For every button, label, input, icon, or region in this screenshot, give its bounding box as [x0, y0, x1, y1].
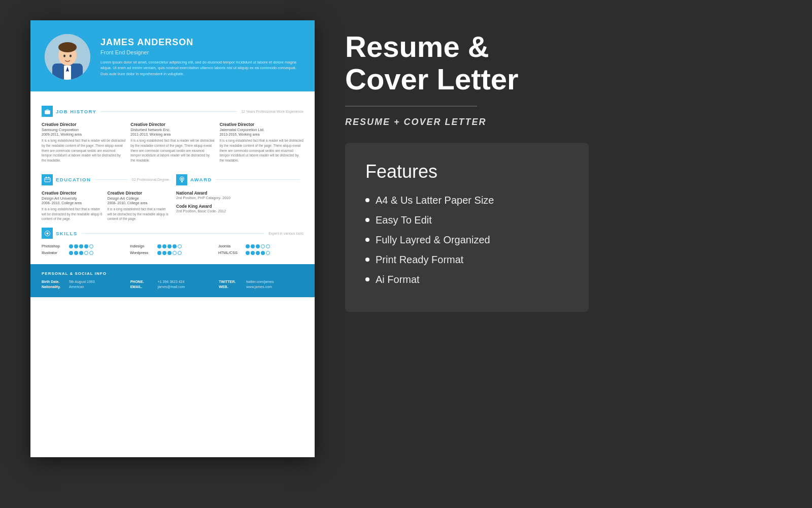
- edu-item: Creative Director Design Art College 200…: [108, 190, 170, 221]
- svg-rect-14: [48, 177, 49, 178]
- footer-row: TWITTER. twitter.com/james: [219, 280, 303, 283]
- product-title: Resume & Cover Letter: [345, 30, 782, 96]
- footer-row: WEB. www.james.com: [219, 285, 303, 289]
- skill-name: Indesign: [130, 244, 155, 248]
- dot-filled: [157, 251, 161, 255]
- resume-header: JAMES ANDERSON Front End Designer Lorem …: [30, 20, 315, 91]
- edu-title: Creative Director: [42, 190, 104, 196]
- job-date: 2013-2016, Working area: [220, 133, 303, 136]
- feature-text: A4 & Us Latter Paper Size: [376, 195, 494, 206]
- education-section: EDUCATION 02 Professional Degree Creativ…: [42, 168, 169, 221]
- section-line: [82, 233, 264, 234]
- dot-filled: [74, 251, 78, 255]
- footer-col-2: PHONE. +1 394 3823 424 EMAIL. james@mail…: [130, 280, 215, 290]
- skill-row: Joomla: [218, 244, 303, 248]
- job-history-icon: [42, 106, 53, 117]
- skill-dots: [157, 244, 182, 248]
- dot-empty: [173, 251, 177, 255]
- award-item: Code King Award 2nd Position, Basic Code…: [176, 204, 303, 213]
- svg-rect-13: [46, 177, 47, 178]
- edu-school: Design Art University: [42, 196, 104, 201]
- award-item-title: Code King Award: [176, 204, 303, 209]
- dot-filled: [246, 244, 250, 248]
- svg-point-5: [58, 42, 77, 52]
- skills-note: Expert in various tools: [268, 232, 303, 235]
- edu-desc: It is a long established fact that a rea…: [42, 207, 104, 221]
- footer-col-1: Birth Date. 5th August 1993 Nationality.…: [42, 280, 126, 290]
- skill-row: Wordpress: [130, 250, 215, 255]
- dot-filled: [69, 251, 73, 255]
- main-container: JAMES ANDERSON Front End Designer Lorem …: [30, 20, 782, 488]
- dot-empty: [266, 244, 270, 248]
- svg-point-7: [70, 55, 72, 57]
- footer-value: twitter.com/james: [246, 280, 274, 283]
- feature-text: Print Ready Format: [376, 254, 463, 266]
- skill-row: Photoshop: [42, 244, 127, 248]
- section-line: [216, 179, 299, 180]
- dot-filled: [84, 244, 88, 248]
- feature-item: Easy To Edit: [365, 214, 568, 226]
- edu-date: 2008- 2010, College area: [108, 201, 170, 205]
- skills-title: SKILLS: [56, 231, 78, 236]
- dot-empty: [84, 251, 88, 255]
- svg-marker-16: [180, 177, 183, 180]
- dot-filled: [74, 244, 78, 248]
- dot-filled: [251, 251, 255, 255]
- bullet-icon: [365, 277, 369, 281]
- job-date: 2011-2013, Working area: [130, 133, 214, 136]
- resume-body: JOB HISTORY 12 Years Professional Work E…: [30, 91, 315, 257]
- footer-row: Birth Date. 5th August 1993: [42, 280, 126, 283]
- edu-date: 2008- 2010, College area: [42, 201, 104, 205]
- job-title: Creative Director: [220, 122, 303, 127]
- avatar: [45, 34, 90, 80]
- skills-icon: [42, 228, 53, 239]
- skills-col: JoomlaHTML/CSS: [218, 244, 303, 257]
- feature-text: Easy To Edit: [376, 214, 432, 226]
- section-line: [100, 111, 237, 112]
- header-info: JAMES ANDERSON Front End Designer Lorem …: [100, 37, 300, 77]
- award-list: National Award 2nd Position, PHP Catagor…: [176, 190, 303, 213]
- skill-name: Wordpress: [130, 250, 155, 255]
- footer-label: WEB.: [219, 285, 244, 289]
- svg-rect-17: [181, 181, 183, 182]
- svg-point-6: [63, 55, 65, 57]
- footer-label: TWITTER.: [219, 280, 244, 283]
- dot-filled: [157, 244, 161, 248]
- job-title: Creative Director: [130, 122, 214, 127]
- job-company: Samsung Corporetion: [42, 128, 125, 132]
- skill-dots: [157, 251, 182, 255]
- skill-dots: [69, 244, 93, 248]
- edu-award-row: EDUCATION 02 Professional Degree Creativ…: [42, 168, 303, 221]
- education-icon: [42, 174, 53, 185]
- award-header: AWARD: [176, 174, 303, 185]
- edu-school: Design Art College: [108, 196, 170, 201]
- edu-item: Creative Director Design Art University …: [42, 190, 104, 221]
- feature-text: Fully Layred & Organized: [376, 234, 490, 246]
- edu-desc: It is a long established fact that a rea…: [108, 207, 170, 221]
- bullet-icon: [365, 238, 369, 242]
- job-company: Disturbed Network Enc.: [130, 128, 214, 132]
- footer-value: james@mail.com: [158, 285, 185, 289]
- footer-grid: Birth Date. 5th August 1993 Nationality.…: [42, 280, 303, 290]
- award-item-title: National Award: [176, 190, 303, 196]
- skill-name: Joomla: [218, 244, 244, 248]
- award-item-sub: 2nd Position, Basic Code- 2012: [176, 209, 303, 213]
- award-icon: [176, 174, 187, 185]
- features-list: A4 & Us Latter Paper Size Easy To Edit F…: [365, 195, 568, 285]
- svg-rect-8: [45, 110, 50, 114]
- dot-filled: [173, 244, 177, 248]
- skill-dots: [246, 244, 270, 248]
- job-title: Creative Director: [42, 122, 125, 127]
- edu-grid: Creative Director Design Art University …: [42, 190, 169, 221]
- feature-item: Print Ready Format: [365, 254, 568, 266]
- job-history-title: JOB HISTORY: [56, 109, 96, 114]
- job-desc: It is a long established fact that a rea…: [220, 138, 303, 163]
- resume-preview: JAMES ANDERSON Front End Designer Lorem …: [30, 20, 315, 457]
- footer-section-title: PERSONAL & SOCIAL INFO: [42, 271, 303, 276]
- education-title: EDUCATION: [56, 177, 91, 182]
- skills-col: IndesignWordpress: [130, 244, 215, 257]
- skill-row: Illustrator: [42, 250, 127, 255]
- skills-grid: PhotoshopIllustratorIndesignWordpressJoo…: [42, 244, 303, 257]
- skill-name: HTML/CSS: [218, 250, 244, 255]
- skills-header: SKILLS Expert in various tools: [42, 228, 303, 239]
